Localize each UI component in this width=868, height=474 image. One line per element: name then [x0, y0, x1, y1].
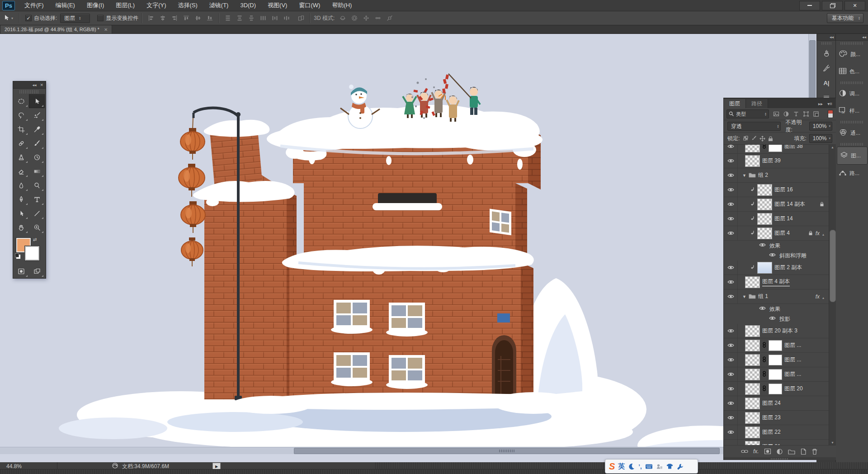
dist-left-icon[interactable] — [258, 13, 269, 23]
new-layer-button[interactable] — [800, 448, 807, 455]
dodge-tool[interactable] — [29, 178, 45, 192]
filter-smart-icon[interactable] — [811, 109, 821, 118]
filter-adjust-icon[interactable] — [782, 109, 791, 118]
brush-tool[interactable] — [29, 136, 45, 150]
lasso-tool[interactable] — [13, 108, 29, 122]
scrollbar-thumb[interactable] — [830, 230, 836, 302]
collapse-icon[interactable]: ◂◂ — [830, 35, 834, 39]
visibility-toggle[interactable] — [724, 338, 738, 352]
blur-tool[interactable] — [13, 178, 29, 192]
layer-fx-button[interactable]: fx. — [753, 448, 759, 455]
fx-collapse-icon[interactable]: ▴ — [822, 229, 824, 237]
layer-row[interactable]: 图层 22 — [724, 425, 836, 440]
lock-paint-button[interactable] — [750, 135, 758, 142]
visibility-toggle[interactable] — [724, 425, 738, 439]
layer-row[interactable]: 图层 14 副本 — [724, 197, 836, 212]
dist-right-icon[interactable] — [281, 13, 292, 23]
sogou-logo[interactable]: S — [609, 462, 615, 471]
scroll-up-icon[interactable]: ▲ — [829, 146, 836, 149]
layer-thumbnail[interactable] — [745, 340, 760, 351]
layer-effect-item[interactable]: 斜面和浮雕 — [724, 251, 836, 261]
layer-thumbnail[interactable] — [757, 199, 772, 210]
lock-move-button[interactable] — [759, 135, 766, 142]
gradient-tool[interactable] — [29, 164, 45, 178]
eraser-tool[interactable] — [13, 164, 29, 178]
layer-mask-thumbnail[interactable] — [769, 145, 782, 152]
filter-type-dropdown[interactable]: 类型 ▲▼ — [726, 109, 769, 118]
lock-transparent-button[interactable] — [742, 135, 750, 142]
eye-icon[interactable] — [769, 316, 776, 322]
layer-mask-thumbnail[interactable] — [769, 369, 782, 380]
3d-roll-icon[interactable] — [349, 13, 360, 23]
layer-thumbnail[interactable] — [745, 325, 760, 337]
visibility-toggle[interactable] — [724, 261, 738, 275]
auto-select-dropdown[interactable]: 图层 ▲▼ — [60, 14, 90, 23]
paths-panel[interactable]: 路... — [836, 165, 868, 182]
layer-thumbnail[interactable] — [757, 228, 772, 239]
add-mask-button[interactable] — [764, 448, 771, 455]
visibility-toggle[interactable] — [724, 197, 738, 211]
eye-icon[interactable] — [769, 252, 776, 259]
filter-type-icon[interactable] — [792, 109, 801, 118]
menu-item[interactable]: 帮助(H) — [326, 0, 358, 11]
restore-button[interactable] — [822, 1, 843, 10]
auto-align-icon[interactable] — [296, 13, 307, 23]
line-tool[interactable] — [29, 206, 45, 220]
visibility-toggle[interactable] — [724, 183, 738, 197]
layer-row[interactable]: 图层 16 — [724, 183, 836, 197]
3d-pan-icon[interactable] — [361, 13, 372, 23]
align-bottom-icon[interactable] — [204, 13, 215, 23]
expand-panels-icon[interactable]: ▸▸ — [818, 101, 823, 106]
skin-icon[interactable] — [666, 463, 674, 469]
layer-thumbnail[interactable] — [745, 155, 760, 167]
wrench-icon[interactable] — [677, 463, 684, 470]
clone-stamp-tool[interactable] — [13, 150, 29, 164]
eyedropper-tool[interactable] — [29, 122, 45, 136]
fill-field[interactable]: 100% ▾ — [809, 134, 832, 143]
visibility-toggle[interactable] — [724, 440, 738, 445]
layer-mask-thumbnail[interactable] — [769, 340, 782, 351]
group-expand-icon[interactable]: ▼ — [742, 173, 746, 178]
panel-tab-路径[interactable]: 路径 — [746, 99, 768, 108]
menu-item[interactable]: 编辑(E) — [50, 0, 81, 11]
layer-row[interactable]: 图层 ... — [724, 338, 836, 353]
brush-panel[interactable] — [817, 61, 836, 76]
layer-thumbnail[interactable] — [757, 184, 772, 196]
pen-tool[interactable] — [13, 192, 29, 206]
opacity-field[interactable]: 100% ▾ — [809, 122, 832, 131]
auto-select-checkbox[interactable]: ✓ — [25, 15, 32, 21]
screen-mode-button[interactable] — [29, 264, 45, 278]
hand-tool[interactable] — [13, 220, 29, 234]
fx-badge[interactable]: fx — [816, 294, 820, 300]
dist-center-icon[interactable] — [269, 13, 280, 23]
adjustments-panel[interactable]: 调... — [836, 85, 868, 102]
filter-toggle-switch[interactable] — [828, 110, 833, 118]
canvas[interactable]: ◂◂ ✕ ⇄ — [0, 34, 816, 462]
layer-thumbnail[interactable] — [745, 412, 760, 424]
menu-item[interactable]: 文件(F) — [19, 0, 50, 11]
layer-thumbnail[interactable] — [745, 383, 760, 395]
collapse-icon[interactable]: ◂◂ — [862, 35, 866, 39]
eye-icon[interactable] — [759, 306, 766, 312]
canvas-horizontal-scrollbar[interactable] — [0, 447, 816, 454]
layer-row[interactable]: 图层 ... — [724, 367, 836, 382]
visibility-toggle[interactable] — [724, 411, 738, 425]
blend-mode-dropdown[interactable]: 穿透 ▲▼ — [727, 122, 781, 131]
color-panel[interactable]: 颜... — [836, 46, 868, 63]
layer-thumbnail[interactable] — [757, 262, 772, 274]
type-tool[interactable] — [29, 192, 45, 206]
dist-middle-icon[interactable] — [234, 13, 245, 23]
layer-effects-header[interactable]: 效果 — [724, 241, 836, 251]
lock-all-button[interactable] — [767, 135, 774, 142]
keyboard-icon[interactable] — [645, 464, 653, 469]
tab-close-icon[interactable]: ✕ — [104, 27, 108, 32]
move-tool[interactable] — [29, 94, 45, 108]
align-center-h-icon[interactable] — [157, 13, 168, 23]
default-colors-icon[interactable] — [16, 254, 21, 259]
spot-healing-tool[interactable] — [13, 136, 29, 150]
show-transform-checkbox[interactable] — [97, 15, 104, 21]
layer-row[interactable]: 图层 20 — [724, 382, 836, 396]
filter-shape-icon[interactable] — [802, 109, 811, 118]
minimize-button[interactable] — [799, 1, 820, 10]
3d-rotate-icon[interactable] — [337, 13, 348, 23]
